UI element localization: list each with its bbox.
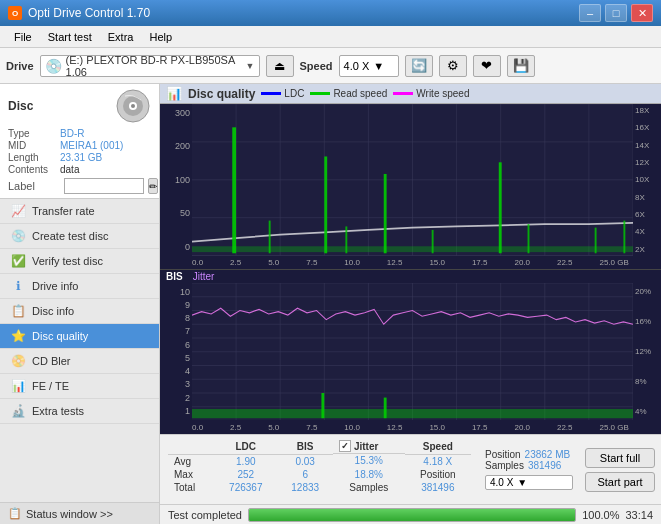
- bot-x-0: 0.0: [192, 423, 203, 432]
- disc-label-input[interactable]: [64, 178, 144, 194]
- refresh-button[interactable]: 🔄: [405, 55, 433, 77]
- svg-rect-24: [499, 162, 502, 253]
- svg-rect-54: [384, 397, 387, 418]
- sidebar: Disc Type BD-R MID MEIRA1 (001): [0, 84, 160, 524]
- legend-ldc-color: [261, 92, 281, 95]
- top-y-right-16x: 16X: [635, 123, 659, 132]
- charts-container: 300 200 100 50 0: [160, 104, 661, 434]
- chart-icon: 📊: [166, 86, 182, 101]
- disc-mid-row: MID MEIRA1 (001): [8, 140, 151, 151]
- bot-x-150: 15.0: [429, 423, 445, 432]
- disc-length-label: Length: [8, 152, 60, 163]
- jitter-label: Jitter: [193, 271, 215, 282]
- bot-x-50: 5.0: [268, 423, 279, 432]
- col-header-ldc: LDC: [214, 439, 277, 454]
- speed-select[interactable]: 4.0 X ▼: [339, 55, 399, 77]
- status-window-icon: 📋: [8, 507, 22, 520]
- svg-rect-28: [528, 224, 530, 253]
- svg-rect-30: [623, 221, 625, 254]
- menu-file[interactable]: File: [6, 29, 40, 45]
- chart-header: 📊 Disc quality LDC Read speed Write spee…: [160, 84, 661, 104]
- total-bis: 12833: [277, 481, 333, 494]
- avg-jitter: 15.3%: [333, 454, 405, 468]
- disc-type-value: BD-R: [60, 128, 84, 139]
- position-row: Position 23862 MB: [485, 449, 573, 460]
- top-x-100: 10.0: [344, 258, 360, 267]
- drive-select[interactable]: 💿 (E:) PLEXTOR BD-R PX-LB950SA 1.06 ▼: [40, 55, 260, 77]
- bot-y-4: 4: [162, 366, 190, 376]
- start-full-button[interactable]: Start full: [585, 448, 655, 468]
- disc-contents-value: data: [60, 164, 79, 175]
- favorites-button[interactable]: ❤: [473, 55, 501, 77]
- eject-button[interactable]: ⏏: [266, 55, 294, 77]
- top-chart-svg: [192, 104, 633, 256]
- progress-status: Test completed: [168, 509, 242, 521]
- nav-items: 📈 Transfer rate 💿 Create test disc ✅ Ver…: [0, 199, 159, 502]
- bot-x-25: 2.5: [230, 423, 241, 432]
- sidebar-item-label-cd-bler: CD Bler: [32, 355, 71, 367]
- top-y-100: 100: [162, 175, 190, 185]
- disc-info-rows: Type BD-R MID MEIRA1 (001) Length 23.31 …: [8, 128, 151, 194]
- bottom-chart-svg: [192, 283, 633, 421]
- menu-help[interactable]: Help: [141, 29, 180, 45]
- total-jitter-val: 381496: [405, 481, 471, 494]
- disc-label-edit-button[interactable]: ✏: [148, 178, 158, 194]
- top-x-200: 20.0: [514, 258, 530, 267]
- samples-label: Samples: [485, 460, 524, 471]
- sidebar-item-disc-info[interactable]: 📋 Disc info: [0, 299, 159, 324]
- main-content: Disc Type BD-R MID MEIRA1 (001): [0, 84, 661, 524]
- sidebar-item-cd-bler[interactable]: 📀 CD Bler: [0, 349, 159, 374]
- title-bar-left: O Opti Drive Control 1.70: [8, 6, 150, 20]
- start-part-button[interactable]: Start part: [585, 472, 655, 492]
- settings-button[interactable]: ⚙: [439, 55, 467, 77]
- speed-label: Speed: [300, 60, 333, 72]
- sidebar-item-create-test-disc[interactable]: 💿 Create test disc: [0, 224, 159, 249]
- legend-read-label: Read speed: [333, 88, 387, 99]
- minimize-button[interactable]: –: [579, 4, 601, 22]
- bot-x-250: 25.0 GB: [600, 423, 629, 432]
- bottom-x-axis: 0.0 2.5 5.0 7.5 10.0 12.5 15.0 17.5 20.0…: [160, 420, 661, 434]
- menu-start-test[interactable]: Start test: [40, 29, 100, 45]
- avg-label: Avg: [168, 454, 214, 468]
- top-x-25: 2.5: [230, 258, 241, 267]
- svg-rect-53: [321, 393, 324, 418]
- extra-stats: [168, 494, 471, 496]
- status-window-button[interactable]: 📋 Status window >>: [0, 502, 159, 524]
- position-label: Position: [485, 449, 521, 460]
- speed-value: 4.0 X: [344, 60, 370, 72]
- speed-dropdown-icon: ▼: [373, 60, 384, 72]
- save-button[interactable]: 💾: [507, 55, 535, 77]
- disc-contents-row: Contents data: [8, 164, 151, 175]
- bot-y-1: 1: [162, 406, 190, 416]
- bot-y-6: 6: [162, 340, 190, 350]
- sidebar-item-transfer-rate[interactable]: 📈 Transfer rate: [0, 199, 159, 224]
- menu-extra[interactable]: Extra: [100, 29, 142, 45]
- disc-section-label: Disc: [8, 99, 33, 113]
- jitter-checkbox[interactable]: ✓: [339, 440, 351, 452]
- top-x-125: 12.5: [387, 258, 403, 267]
- sidebar-item-fe-te[interactable]: 📊 FE / TE: [0, 374, 159, 399]
- top-x-175: 17.5: [472, 258, 488, 267]
- sidebar-item-label-disc-info: Disc info: [32, 305, 74, 317]
- col-header-bis: BIS: [277, 439, 333, 454]
- fe-te-icon: 📊: [10, 379, 26, 393]
- top-y-right-12x: 12X: [635, 158, 659, 167]
- avg-ldc: 1.90: [214, 454, 277, 468]
- sidebar-item-disc-quality[interactable]: ⭐ Disc quality: [0, 324, 159, 349]
- drive-icon: 💿: [45, 58, 62, 74]
- sidebar-item-drive-info[interactable]: ℹ Drive info: [0, 274, 159, 299]
- legend-write-label: Write speed: [416, 88, 469, 99]
- maximize-button[interactable]: □: [605, 4, 627, 22]
- position-value: 23862 MB: [525, 449, 571, 460]
- samples-value: 381496: [528, 460, 561, 471]
- bot-y-10: 10: [162, 287, 190, 297]
- sidebar-item-label-extra-tests: Extra tests: [32, 405, 84, 417]
- jitter-col-label: Jitter: [354, 441, 378, 452]
- sidebar-item-verify-test-disc[interactable]: ✅ Verify test disc: [0, 249, 159, 274]
- speed-select-inline[interactable]: 4.0 X ▼: [485, 475, 573, 490]
- top-x-225: 22.5: [557, 258, 573, 267]
- drive-value: (E:) PLEXTOR BD-R PX-LB950SA 1.06: [66, 54, 242, 78]
- disc-type-label: Type: [8, 128, 60, 139]
- close-button[interactable]: ✕: [631, 4, 653, 22]
- sidebar-item-extra-tests[interactable]: 🔬 Extra tests: [0, 399, 159, 424]
